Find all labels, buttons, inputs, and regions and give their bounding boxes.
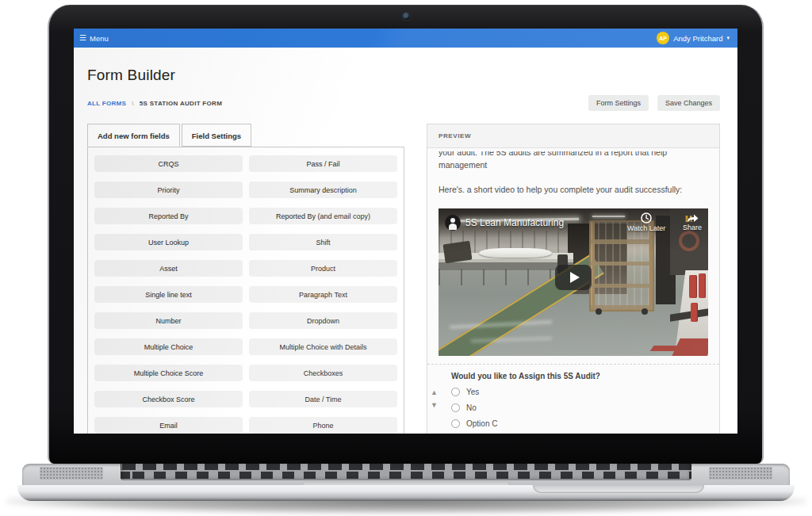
field-button-checkbox-score[interactable]: Checkbox Score	[94, 391, 243, 407]
field-button-summary-description[interactable]: Summary description	[249, 182, 397, 198]
page-content: Form Builder ALL FORMS \ 5S STATION AUDI…	[74, 48, 737, 434]
question-label: Would you like to Assign this 5S Audit?	[451, 372, 708, 380]
page-title: Form Builder	[87, 67, 720, 84]
menu-button[interactable]: ☰ Menu	[74, 34, 109, 43]
radio-option-no: No	[451, 399, 708, 415]
move-down-icon[interactable]: ▼	[431, 402, 438, 409]
field-button-single-line-text[interactable]: Single line text	[94, 286, 243, 303]
watch-later-label: Watch Later	[627, 224, 665, 232]
field-button-number[interactable]: Number	[94, 312, 243, 329]
clock-icon	[641, 212, 652, 224]
clipped-paragraph: your audit. The 5S audits are summarized…	[439, 151, 708, 172]
question-block: ▲ ▼ Would you like to Assign this 5S Aud…	[451, 372, 708, 431]
preview-paragraph-line1: your audit. The 5S audits are summarized…	[439, 151, 708, 171]
laptop-lid-notch	[533, 485, 704, 493]
reorder-controls: ▲ ▼	[431, 389, 438, 409]
share-button[interactable]: Share	[683, 212, 702, 231]
field-button-crqs[interactable]: CRQS	[94, 155, 243, 172]
toolbar-buttons: Form Settings Save Changes	[588, 95, 720, 111]
chevron-down-icon: ▾	[726, 35, 730, 41]
breadcrumb-separator: \	[132, 100, 134, 107]
tab-add-new-form-fields[interactable]: Add new form fields	[87, 124, 180, 147]
laptop-lid: ☰ Menu AP Andy Pritchard ▾ Form Builder …	[48, 5, 764, 464]
breadcrumb-all-forms-link[interactable]: ALL FORMS	[87, 100, 126, 107]
main-columns: Add new form fields Field Settings CRQS …	[87, 124, 720, 434]
radio-button[interactable]	[451, 419, 460, 428]
share-arrow-icon	[685, 212, 699, 224]
field-button-reported-by[interactable]: Reported By	[94, 208, 243, 224]
field-button-asset[interactable]: Asset	[94, 260, 243, 277]
field-library-column: Add new form fields Field Settings CRQS …	[87, 124, 404, 434]
field-button-email[interactable]: Email	[94, 417, 243, 434]
laptop-keyboard	[121, 461, 691, 480]
laptop-deck	[22, 464, 790, 487]
hamburger-icon: ☰	[79, 34, 86, 42]
move-up-icon[interactable]: ▲	[431, 389, 438, 396]
user-name: Andy Pritchard	[673, 34, 722, 43]
app-screen: ☰ Menu AP Andy Pritchard ▾ Form Builder …	[74, 29, 737, 434]
menu-label: Menu	[90, 34, 109, 43]
speaker-grille-left	[40, 467, 103, 480]
breadcrumb-current: 5S STATION AUDIT FORM	[140, 100, 222, 107]
save-changes-button[interactable]: Save Changes	[657, 95, 720, 111]
field-button-multiple-choice-with-details[interactable]: Multiple Choice with Details	[249, 338, 397, 355]
radio-option-label: Option C	[466, 419, 497, 428]
breadcrumb-row: ALL FORMS \ 5S STATION AUDIT FORM Form S…	[87, 95, 720, 111]
preview-intro-line: Here's. a short video to help you comple…	[439, 183, 708, 196]
field-button-phone[interactable]: Phone	[249, 417, 397, 434]
speaker-grille-right	[709, 467, 772, 480]
field-button-multiple-choice-score[interactable]: Multiple Choice Score	[94, 365, 243, 381]
radio-option-yes: Yes	[451, 384, 708, 399]
avatar: AP	[657, 32, 669, 44]
field-button-date-time[interactable]: Date / Time	[249, 391, 397, 407]
share-label: Share	[683, 224, 702, 231]
field-button-shift[interactable]: Shift	[249, 234, 397, 250]
user-menu[interactable]: AP Andy Pritchard ▾	[657, 32, 737, 44]
channel-avatar[interactable]	[445, 215, 461, 231]
radio-option-label: No	[466, 403, 477, 412]
dashed-divider	[427, 364, 719, 365]
preview-panel: PREVIEW your audit. The 5S audits are su…	[427, 124, 720, 434]
watch-later-button[interactable]: Watch Later	[627, 212, 665, 232]
radio-button[interactable]	[451, 403, 460, 412]
preview-panel-header: PREVIEW	[427, 124, 719, 148]
field-button-user-lookup[interactable]: User Lookup	[94, 234, 243, 250]
webcam-icon	[403, 13, 410, 20]
laptop-trackpad	[303, 482, 509, 487]
play-icon	[570, 272, 580, 283]
field-button-paragraph-text[interactable]: Paragraph Text	[249, 286, 397, 303]
tab-field-settings[interactable]: Field Settings	[182, 124, 251, 147]
preview-panel-body: your audit. The 5S audits are summarized…	[427, 148, 719, 434]
field-button-priority[interactable]: Priority	[94, 182, 243, 198]
field-button-pass-fail[interactable]: Pass / Fail	[249, 155, 397, 172]
radio-button[interactable]	[451, 388, 460, 396]
play-button[interactable]	[555, 265, 592, 290]
laptop-mockup: ☰ Menu AP Andy Pritchard ▾ Form Builder …	[0, 0, 812, 516]
video-title[interactable]: 5S Lean Manufacturing	[465, 217, 564, 228]
app-header-bar: ☰ Menu AP Andy Pritchard ▾	[74, 29, 737, 48]
field-button-product[interactable]: Product	[249, 260, 397, 277]
field-button-multiple-choice[interactable]: Multiple Choice	[94, 338, 243, 355]
youtube-video-embed[interactable]: M 5S Lean Manufacturing Watch Later	[439, 208, 708, 356]
field-button-reported-by-email-copy[interactable]: Reported By (and email copy)	[249, 208, 397, 224]
field-library-tabs: Add new form fields Field Settings	[87, 124, 404, 147]
radio-option-label: Yes	[466, 388, 479, 396]
field-button-checkboxes[interactable]: Checkboxes	[249, 365, 397, 381]
laptop-shadow	[6, 493, 806, 514]
breadcrumb: ALL FORMS \ 5S STATION AUDIT FORM	[87, 100, 222, 107]
field-button-dropdown[interactable]: Dropdown	[249, 312, 397, 329]
radio-option-c: Option C	[451, 415, 708, 431]
form-settings-button[interactable]: Form Settings	[588, 95, 649, 111]
preview-paragraph-line2: prioritize areas of focus.	[439, 171, 708, 172]
field-buttons-panel: CRQS Pass / Fail Priority Summary descri…	[87, 147, 404, 434]
